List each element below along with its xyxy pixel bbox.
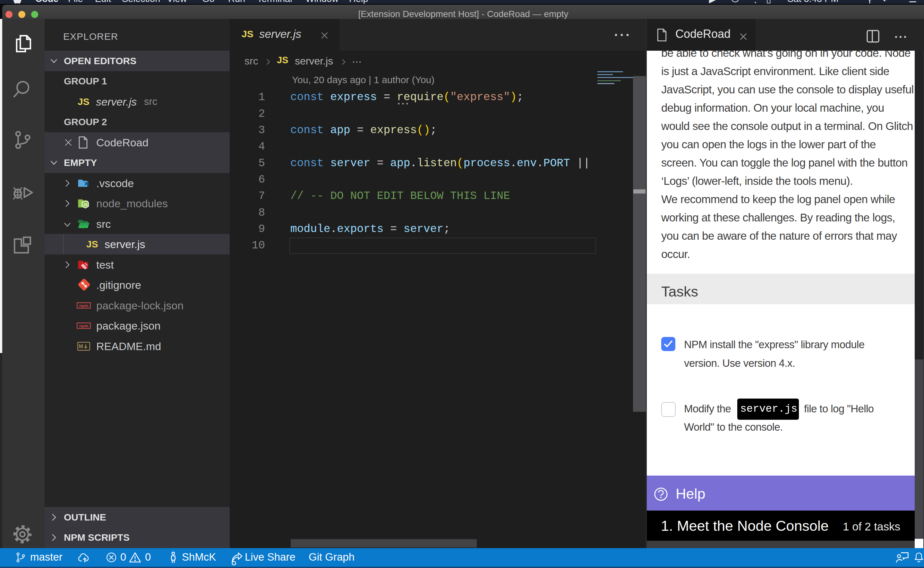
svg-text:npm: npm <box>79 323 88 328</box>
svg-text:M: M <box>78 343 83 349</box>
svg-text:JS: JS <box>83 203 87 207</box>
svg-text:</>: </> <box>79 225 88 230</box>
svg-text:npm: npm <box>79 303 88 308</box>
